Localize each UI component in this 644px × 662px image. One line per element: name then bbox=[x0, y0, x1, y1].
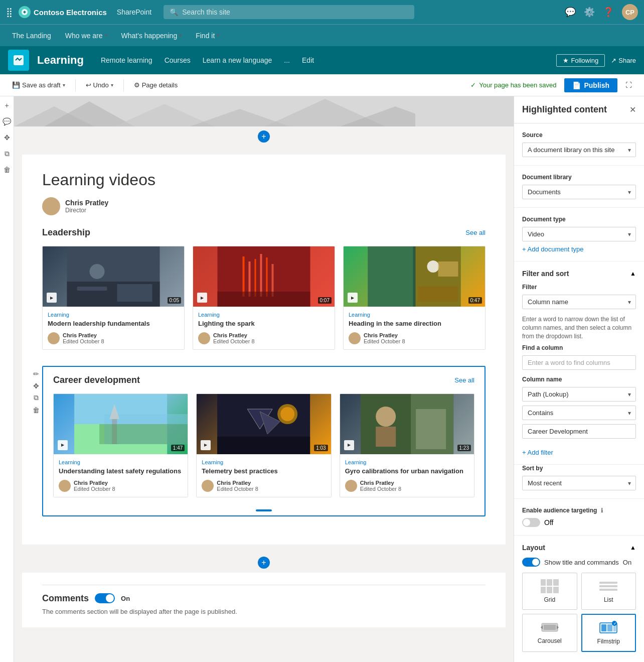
drag-handle[interactable] bbox=[256, 509, 272, 511]
career-play-2[interactable]: ▶ bbox=[201, 440, 211, 450]
add-filter-button[interactable]: + Add filter bbox=[522, 449, 553, 456]
source-select[interactable]: A document library on this site bbox=[522, 143, 636, 157]
add-section-middle-button[interactable]: + bbox=[258, 557, 270, 569]
help-icon[interactable]: ❓ bbox=[603, 7, 614, 18]
svg-point-42 bbox=[376, 407, 396, 427]
chat-icon[interactable]: 💬 bbox=[565, 7, 576, 18]
find-column-input[interactable] bbox=[522, 355, 636, 370]
delete-icon[interactable]: 🗑 bbox=[2, 165, 12, 175]
layout-carousel-option[interactable]: Carousel bbox=[522, 614, 577, 652]
leadership-see-all[interactable]: See all bbox=[465, 229, 486, 236]
page-nav-more[interactable]: ... bbox=[279, 46, 295, 74]
star-icon: ★ bbox=[563, 57, 569, 64]
save-as-draft-button[interactable]: 💾 Save as draft ▾ bbox=[8, 79, 69, 91]
career-video-avatar-2 bbox=[202, 480, 214, 492]
play-button-2[interactable]: ▶ bbox=[197, 293, 207, 303]
undo-dropdown-icon[interactable]: ▾ bbox=[111, 82, 113, 88]
column-name-select[interactable]: Path (Lookup) bbox=[522, 387, 636, 402]
show-title-state: On bbox=[623, 559, 631, 566]
layout-list-option[interactable]: List bbox=[581, 573, 636, 610]
expand-icon: ⛶ bbox=[625, 81, 632, 89]
site-nav-who[interactable]: Who we are ▾ bbox=[59, 25, 113, 47]
site-nav-findit[interactable]: Find it ▾ bbox=[190, 25, 225, 47]
site-nav-happening[interactable]: What's happening ▾ bbox=[115, 25, 188, 47]
play-button-3[interactable]: ▶ bbox=[348, 293, 358, 303]
brand-logo-area[interactable]: Contoso Electronics bbox=[19, 6, 107, 18]
search-input[interactable] bbox=[182, 8, 408, 16]
sort-dropdown-wrapper: Most recent bbox=[522, 476, 636, 490]
comment-icon[interactable]: 💬 bbox=[2, 116, 12, 126]
add-section-top-button[interactable]: + bbox=[258, 130, 270, 143]
avatar[interactable]: CP bbox=[622, 4, 638, 20]
career-video-title-2: Telemetry best practices bbox=[202, 467, 326, 476]
copy-icon[interactable]: ⧉ bbox=[2, 149, 12, 159]
doc-library-dropdown-wrapper: Documents bbox=[522, 185, 636, 199]
svg-rect-1 bbox=[14, 55, 24, 65]
add-section-icon[interactable]: + bbox=[2, 100, 12, 110]
audience-toggle-row: Enable audience targeting ℹ bbox=[522, 507, 636, 514]
filter-label: Filter bbox=[522, 284, 636, 291]
page-nav-courses[interactable]: Courses bbox=[159, 46, 196, 74]
move-section-icon[interactable]: ✥ bbox=[31, 381, 41, 391]
page-nav-language[interactable]: Learn a new language bbox=[198, 46, 277, 74]
undo-button[interactable]: ↩ Undo ▾ bbox=[82, 79, 117, 91]
duplicate-section-icon[interactable]: ⧉ bbox=[31, 393, 41, 403]
carousel-layout-icon bbox=[541, 620, 559, 634]
play-button-1[interactable]: ▶ bbox=[47, 293, 57, 303]
filter-dropdown-wrapper: Column name bbox=[522, 295, 636, 309]
career-play-3[interactable]: ▶ bbox=[344, 440, 354, 450]
settings-icon[interactable]: ⚙️ bbox=[584, 7, 595, 18]
doc-type-select[interactable]: Video bbox=[522, 227, 636, 241]
video-duration-1: 0:05 bbox=[168, 297, 181, 304]
layout-filmstrip-option[interactable]: ✓ Filmstrip bbox=[581, 614, 636, 652]
svg-rect-14 bbox=[243, 256, 245, 297]
add-section-top: + bbox=[14, 126, 514, 147]
doc-type-dropdown-wrapper: Video bbox=[522, 227, 636, 241]
audience-info-icon[interactable]: ℹ bbox=[601, 507, 603, 514]
career-video-category-1: Learning bbox=[59, 459, 183, 465]
career-see-all[interactable]: See all bbox=[454, 376, 474, 384]
move-icon[interactable]: ✥ bbox=[2, 133, 12, 143]
layout-collapse-icon[interactable]: ▲ bbox=[630, 544, 636, 551]
delete-section-icon[interactable]: 🗑 bbox=[31, 405, 41, 415]
app-grid-icon[interactable]: ⣿ bbox=[6, 7, 13, 18]
career-play-1[interactable]: ▶ bbox=[58, 440, 68, 450]
contains-select[interactable]: Contains bbox=[522, 406, 636, 420]
career-video-category-2: Learning bbox=[202, 459, 326, 465]
following-button[interactable]: ★ Following bbox=[556, 54, 605, 67]
filter-collapse-icon[interactable]: ▲ bbox=[630, 270, 636, 277]
svg-rect-32 bbox=[99, 424, 188, 444]
doc-library-select[interactable]: Documents bbox=[522, 185, 636, 199]
audience-section: Enable audience targeting ℹ Off bbox=[514, 499, 644, 536]
video-category-1: Learning bbox=[48, 312, 179, 318]
filmstrip-layout-icon: ✓ bbox=[599, 621, 617, 635]
top-navigation: ⣿ Contoso Electronics SharePoint 🔍 💬 ⚙️ … bbox=[0, 0, 644, 24]
site-navigation: The Landing Who we are ▾ What's happenin… bbox=[0, 24, 644, 46]
save-dropdown-icon[interactable]: ▾ bbox=[63, 82, 65, 88]
site-nav-landing[interactable]: The Landing bbox=[6, 25, 57, 47]
page-nav-remote[interactable]: Remote learning bbox=[96, 46, 157, 74]
video-card-1: ▶ 0:05 Learning Modern leadership fundam… bbox=[42, 246, 185, 350]
leadership-section: Leadership See all bbox=[42, 227, 486, 350]
close-panel-button[interactable]: ✕ bbox=[629, 105, 636, 114]
search-bar[interactable]: 🔍 bbox=[164, 5, 414, 19]
share-button[interactable]: ↗ Share bbox=[611, 57, 636, 64]
page-details-button[interactable]: ⚙ Page details bbox=[130, 79, 182, 91]
publish-button[interactable]: 📄 Publish bbox=[564, 78, 617, 92]
filter-section-header: Filter and sort ▲ bbox=[522, 270, 636, 278]
add-document-type-button[interactable]: + Add document type bbox=[522, 245, 584, 253]
comments-toggle[interactable] bbox=[95, 593, 115, 603]
audience-toggle[interactable] bbox=[522, 518, 540, 527]
video-thumb-3: ▶ 0:47 bbox=[344, 246, 485, 307]
video-category-3: Learning bbox=[349, 312, 480, 318]
show-title-toggle[interactable] bbox=[522, 558, 540, 567]
page-nav-edit[interactable]: Edit bbox=[297, 46, 319, 74]
sort-select[interactable]: Most recent bbox=[522, 476, 636, 490]
expand-button[interactable]: ⛶ bbox=[621, 79, 636, 91]
layout-grid-option[interactable]: Grid bbox=[522, 573, 577, 610]
edit-pencil-icon[interactable]: ✏ bbox=[31, 369, 41, 379]
product-name: SharePoint bbox=[117, 8, 151, 16]
video-info-1: Learning Modern leadership fundamentals … bbox=[43, 307, 184, 349]
filter-select[interactable]: Column name bbox=[522, 295, 636, 309]
filter-value-input[interactable] bbox=[522, 424, 636, 439]
